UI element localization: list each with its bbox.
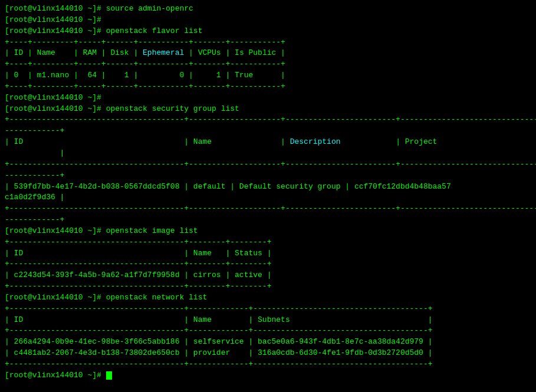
terminal-line: c1a0d2f9d36 |	[5, 192, 531, 203]
terminal-line: | 266a4294-0b9e-41ec-98be-3f66c5abb186 |…	[5, 337, 531, 348]
terminal-line: ------------+	[5, 126, 531, 137]
terminal-line: [root@vlinx144010 ~]# openstack security…	[5, 104, 531, 115]
terminal-line: +--------------------------------------+…	[5, 304, 531, 315]
terminal-line: +----+---------+-----+------+-----------…	[5, 59, 531, 70]
terminal-line: +----+---------+-----+------+-----------…	[5, 37, 531, 48]
terminal-line: | c4481ab2-2067-4e3d-b138-73802de650cb |…	[5, 348, 531, 359]
terminal-line: |	[5, 148, 531, 159]
terminal-line: | ID | Name | Subnets |	[5, 315, 531, 326]
terminal-line: | 0 | m1.nano | 64 | 1 | 0 | 1 | True |	[5, 70, 531, 81]
terminal-line: +--------------------------------------+…	[5, 114, 531, 126]
terminal-cursor	[106, 371, 112, 380]
terminal-line: | ID | Name | Description | Project	[5, 137, 531, 148]
terminal-line: +--------------------------------------+…	[5, 203, 531, 215]
terminal-line: | ID | Name | RAM | Disk | Ephemeral | V…	[5, 48, 531, 59]
terminal-line: [root@vlinx144010 ~]# openstack image li…	[5, 226, 531, 237]
terminal-line: ------------+	[5, 215, 531, 226]
terminal-line: [root@vlinx144010 ~]# openstack network …	[5, 292, 531, 304]
terminal-line: | 539fd7bb-4e17-4b2d-b038-0567ddcd5f08 |…	[5, 182, 531, 193]
terminal-line: | ID | Name | Status |	[5, 248, 531, 259]
terminal-line: | c2243d54-393f-4a5b-9a62-a1f7d7f9958d |…	[5, 270, 531, 281]
terminal-line: [root@vlinx144010 ~]#	[5, 93, 531, 104]
terminal-line: [root@vlinx144010 ~]# source admin-openr…	[5, 4, 531, 15]
terminal-line: +--------------------------------------+…	[5, 281, 531, 292]
terminal-line: +----+---------+-----+------+-----------…	[5, 81, 531, 93]
terminal-line: +--------------------------------------+…	[5, 359, 531, 370]
terminal-line: +--------------------------------------+…	[5, 237, 531, 248]
terminal-line: +--------------------------------------+…	[5, 159, 531, 170]
terminal: [root@vlinx144010 ~]# source admin-openr…	[5, 4, 531, 381]
terminal-line: [root@vlinx144010 ~]# openstack flavor l…	[5, 26, 531, 37]
terminal-prompt-line[interactable]: [root@vlinx144010 ~]#	[5, 370, 531, 381]
terminal-line: ------------+	[5, 170, 531, 182]
terminal-line: +--------------------------------------+…	[5, 259, 531, 270]
terminal-line: +--------------------------------------+…	[5, 325, 531, 337]
terminal-line: [root@vlinx144010 ~]#	[5, 15, 531, 26]
